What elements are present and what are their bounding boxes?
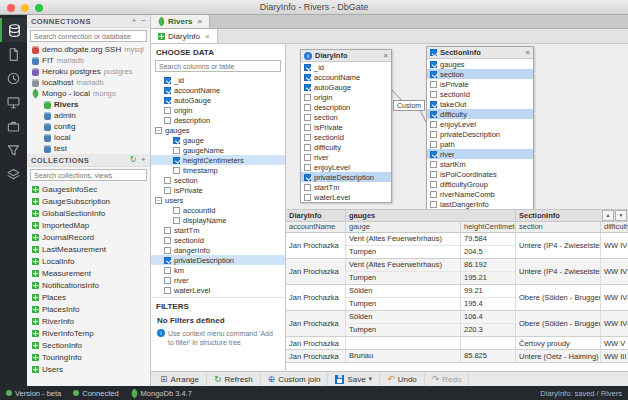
collection-item[interactable]: Places: [27, 291, 150, 303]
collection-item[interactable]: TouringInfo: [27, 351, 150, 363]
cell-account-name[interactable]: Jan Prochazka: [286, 311, 346, 337]
save-button[interactable]: Save▾: [328, 372, 380, 386]
entity-diaryinfo[interactable]: DiaryInfo×_idaccountNameautoGaugeorigind…: [300, 49, 392, 203]
cell-account-name[interactable]: Jan Prochazka: [286, 337, 346, 350]
cell-difficulty[interactable]: WW IV-V: [601, 311, 628, 337]
cell-gauge[interactable]: Brunau: [346, 350, 461, 363]
database-item[interactable]: config: [27, 121, 150, 132]
checkbox-icon[interactable]: [164, 257, 171, 264]
checkbox-icon[interactable]: [304, 74, 311, 81]
entity-header[interactable]: SectionInfo×: [427, 47, 533, 59]
checkbox-icon[interactable]: [304, 184, 311, 191]
expander-icon[interactable]: −: [155, 197, 162, 204]
checkbox-icon[interactable]: [430, 131, 437, 138]
tree-field-row[interactable]: origin: [151, 105, 285, 115]
entity-field[interactable]: origin: [301, 92, 391, 102]
checkbox-icon[interactable]: [304, 114, 311, 121]
cell-difficulty[interactable]: WW IV: [601, 259, 628, 285]
collection-item[interactable]: SectionInfo: [27, 339, 150, 351]
tree-field-row[interactable]: heightCentimeters: [151, 155, 285, 165]
cell-account-name[interactable]: Jan Prochazka: [286, 285, 346, 311]
checkbox-icon[interactable]: [173, 167, 180, 174]
tree-field-row[interactable]: gauge: [151, 135, 285, 145]
tree-field-row[interactable]: isPrivate: [151, 185, 285, 195]
cell-account-name[interactable]: Jan Prochazka: [286, 259, 346, 285]
tree-field-row[interactable]: sectionId: [151, 235, 285, 245]
tree-field-row[interactable]: autoGauge: [151, 95, 285, 105]
checkbox-icon[interactable]: [430, 151, 437, 158]
custom-join-button[interactable]: ⊕Custom join: [261, 372, 329, 386]
checkbox-icon[interactable]: [164, 107, 171, 114]
tree-field-row[interactable]: section: [151, 175, 285, 185]
cell-height-centimeters[interactable]: 79.584: [461, 233, 516, 246]
cell-difficulty[interactable]: WW III: [601, 350, 628, 363]
collection-item[interactable]: GaugesInfoSec: [27, 183, 150, 195]
entity-field[interactable]: enjoyLevel: [301, 162, 391, 172]
checkbox-icon[interactable]: [173, 217, 180, 224]
checkbox-icon[interactable]: [173, 207, 180, 214]
tree-field-row[interactable]: accountName: [151, 85, 285, 95]
entity-field[interactable]: river: [301, 152, 391, 162]
collection-item[interactable]: NotificationsInfo: [27, 279, 150, 291]
cell-difficulty[interactable]: WW IV-V: [601, 285, 628, 311]
checkbox-icon[interactable]: [430, 121, 437, 128]
refresh-button[interactable]: ↻Refresh: [207, 372, 261, 386]
entity-field[interactable]: isPrivate: [427, 79, 533, 89]
cell-height-centimeters[interactable]: 195.21: [461, 272, 516, 285]
scroll-up-icon[interactable]: ▲: [602, 210, 614, 221]
checkbox-icon[interactable]: [430, 61, 437, 68]
tree-field-row[interactable]: _id: [151, 75, 285, 85]
checkbox-icon[interactable]: [430, 101, 437, 108]
checkbox-icon[interactable]: [430, 111, 437, 118]
connection-item[interactable]: FITmariadb: [27, 55, 150, 66]
connection-item[interactable]: localhostmariadb: [27, 77, 150, 88]
entity-field[interactable]: riverNameComb: [427, 189, 533, 199]
cell-section[interactable]: Untere (IP4 - Zwieselstein): [516, 259, 601, 285]
close-tab-icon[interactable]: ×: [197, 17, 202, 26]
close-window-button[interactable]: [7, 4, 15, 12]
database-item[interactable]: test: [27, 143, 150, 154]
query-icon[interactable]: [0, 90, 27, 114]
collection-item[interactable]: Users: [27, 363, 150, 375]
tree-field-row[interactable]: accountId: [151, 205, 285, 215]
collections-search-input[interactable]: [30, 169, 147, 181]
tab-rivers[interactable]: Rivers ×: [151, 15, 210, 28]
tree-field-row[interactable]: displayName: [151, 215, 285, 225]
entity-field[interactable]: difficulty: [427, 109, 533, 119]
cell-gauge[interactable]: Tumpen: [346, 298, 461, 311]
checkbox-icon[interactable]: [304, 164, 311, 171]
checkbox-icon[interactable]: [164, 177, 171, 184]
entity-field[interactable]: takeOut: [427, 99, 533, 109]
entity-field[interactable]: river: [427, 149, 533, 159]
entity-field[interactable]: privateDescription: [301, 172, 391, 182]
cell-difficulty[interactable]: WW V: [601, 337, 628, 350]
collection-item[interactable]: LastMeasurement: [27, 243, 150, 255]
tree-field-row[interactable]: description: [151, 115, 285, 125]
entity-field[interactable]: lastDangerInfo: [427, 199, 533, 209]
minimize-window-button[interactable]: [21, 4, 29, 12]
checkbox-icon[interactable]: [304, 134, 311, 141]
entity-field[interactable]: section: [301, 112, 391, 122]
checkbox-icon[interactable]: [164, 247, 171, 254]
collection-item[interactable]: JournalRecord: [27, 231, 150, 243]
redo-button[interactable]: ↷Redo: [425, 372, 470, 386]
close-icon[interactable]: ×: [525, 48, 530, 57]
connection-item[interactable]: demo.dbgate.org SSHmysql: [27, 44, 150, 55]
entity-field[interactable]: isPoiCoordinates: [427, 169, 533, 179]
checkbox-icon[interactable]: [430, 71, 437, 78]
cell-height-centimeters[interactable]: 106.4: [461, 311, 516, 324]
entity-field[interactable]: _id: [301, 62, 391, 72]
close-tab-icon[interactable]: ×: [205, 32, 210, 41]
expander-icon[interactable]: −: [155, 127, 162, 134]
entity-field[interactable]: autoGauge: [301, 82, 391, 92]
checkbox-icon[interactable]: [430, 201, 437, 208]
checkbox-icon[interactable]: [164, 237, 171, 244]
entity-field[interactable]: section: [427, 69, 533, 79]
entity-header[interactable]: DiaryInfo×: [301, 50, 391, 62]
collection-item[interactable]: LocalInfo: [27, 255, 150, 267]
entity-field[interactable]: privateDescription: [427, 129, 533, 139]
checkbox-icon[interactable]: [430, 141, 437, 148]
undo-button[interactable]: ↶Undo: [380, 372, 425, 386]
cell-gauge[interactable]: Vent (Altes Feuerwehrhaus): [346, 259, 461, 272]
database-item[interactable]: local: [27, 132, 150, 143]
